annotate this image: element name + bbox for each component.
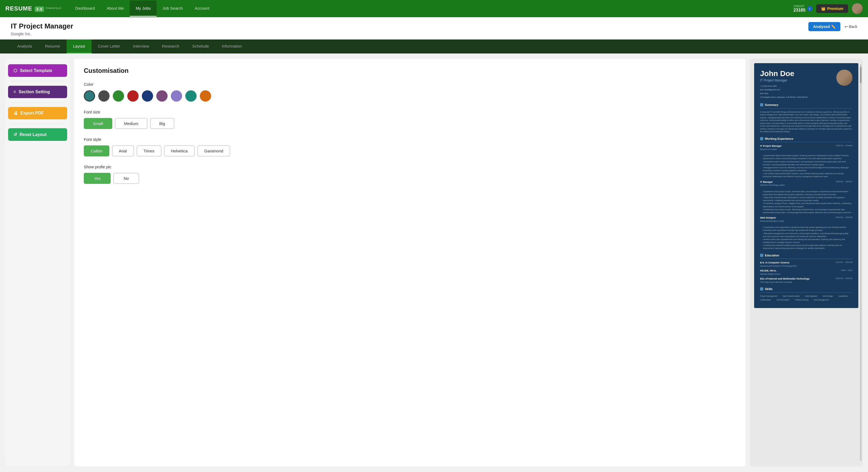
resume-job2-bullet1: Established clear project scopes, priori… bbox=[763, 190, 852, 196]
subnav-layout[interactable]: Layout bbox=[67, 39, 92, 54]
sub-navigation: Analysis Resume Layout Cover Letter Inte… bbox=[0, 39, 868, 54]
color-swatch-teal2[interactable] bbox=[185, 90, 196, 101]
select-template-button[interactable]: ⬡ Select Template bbox=[8, 64, 67, 77]
scrollbar[interactable] bbox=[860, 64, 862, 461]
resume-job1-company: Resume 3.0 Limited bbox=[760, 148, 782, 151]
resume-job1-bullet3: Managed diverse resources efficiently, e… bbox=[763, 166, 852, 172]
resume-job3-company: Eharmony Education Limited bbox=[760, 220, 784, 223]
analysed-button[interactable]: Analysed ✏️ bbox=[808, 22, 840, 31]
color-swatch-lavender[interactable] bbox=[171, 90, 182, 101]
main-content: ⬡ Select Template ≡ Section Setting 🖨 Ex… bbox=[0, 54, 868, 472]
resume-education-title: Education bbox=[760, 253, 852, 259]
font-size-row: Small Medium Big bbox=[84, 118, 736, 129]
credit-label: CREDIT bbox=[794, 5, 806, 8]
resume-contact: +1-555-0123-456 john.doe@gmail.com john.… bbox=[760, 84, 808, 99]
color-swatch-dark[interactable] bbox=[98, 90, 110, 101]
section-setting-button[interactable]: ≡ Section Setting bbox=[8, 86, 67, 98]
resume-job1-role: IT Project Manager bbox=[760, 144, 782, 148]
sidebar-divider-3 bbox=[11, 124, 64, 124]
job-company: Google Inc. bbox=[11, 31, 73, 36]
skill-3: Web Design bbox=[823, 295, 833, 298]
nav-right: CREDIT 23185 ℹ 👑 Premium bbox=[794, 3, 863, 14]
sidebar-divider-2 bbox=[11, 102, 64, 103]
credit-icon: ℹ bbox=[807, 6, 812, 11]
logo-badge: 3.0 bbox=[35, 6, 44, 12]
resume-job3-bullet4: Continuously monitored website performan… bbox=[763, 244, 852, 250]
subnav-research[interactable]: Research bbox=[155, 39, 186, 54]
font-arial[interactable]: Arial bbox=[112, 145, 134, 156]
color-swatch-navy[interactable] bbox=[142, 90, 153, 101]
header-actions: Analysed ✏️ ↩ Back bbox=[808, 22, 857, 31]
logo-sub: Powered by AI bbox=[45, 7, 61, 9]
color-swatch-red[interactable] bbox=[127, 90, 138, 101]
resume-job3-dates: 2014-09 — 2018-05 bbox=[836, 216, 852, 224]
profile-yes[interactable]: Yes bbox=[84, 173, 111, 184]
resume-personal-info: John Doe IT Project Manager +1-555-0123-… bbox=[760, 69, 808, 99]
logo[interactable]: RESUME 3.0 Powered by AI bbox=[5, 5, 61, 12]
resume-edu-1: 2011-09 — 2014-08 B.S. in Computer Scien… bbox=[760, 261, 852, 267]
color-swatch-green[interactable] bbox=[113, 90, 124, 101]
premium-label: Premium bbox=[827, 6, 843, 11]
nav-dashboard[interactable]: Dashboard bbox=[69, 1, 101, 17]
font-size-small[interactable]: Small bbox=[84, 118, 112, 129]
back-label: Back bbox=[849, 25, 857, 29]
select-template-label: Select Template bbox=[20, 68, 52, 73]
nav-account[interactable]: Account bbox=[189, 1, 215, 17]
subnav-schedule[interactable]: Schelude bbox=[186, 39, 216, 54]
color-label: Color bbox=[84, 82, 736, 87]
reset-layout-button[interactable]: ↺ Reset Layout bbox=[8, 128, 67, 141]
premium-button[interactable]: 👑 Premium bbox=[816, 4, 848, 13]
resume-job-3: Web Designer Eharmony Education Limited … bbox=[760, 216, 852, 250]
center-panel: Customisation Color Font size Small Medi… bbox=[74, 59, 746, 466]
profile-pic-row: Yes No bbox=[84, 173, 736, 184]
section-setting-label: Section Setting bbox=[19, 89, 50, 94]
back-arrow-icon: ↩ bbox=[845, 25, 848, 29]
nav-links: Dashboard About Me My Jobs Job Search Ac… bbox=[69, 1, 794, 17]
subnav-cover-letter[interactable]: Cover Letter bbox=[92, 39, 127, 54]
resume-job-title: IT Project Manager bbox=[760, 78, 808, 83]
font-size-big[interactable]: Big bbox=[150, 118, 174, 129]
font-times[interactable]: Times bbox=[137, 145, 161, 156]
subnav-resume[interactable]: Resume bbox=[39, 39, 67, 54]
font-size-label: Font size bbox=[84, 110, 736, 114]
job-info: IT Project Manager Google Inc. bbox=[11, 22, 73, 36]
resume-job3-bullet1: Contributed to the organisation's growth… bbox=[763, 226, 852, 232]
back-button[interactable]: ↩ Back bbox=[845, 25, 857, 29]
resume-job2-dates: 2018-09 — 2023-07 bbox=[836, 180, 852, 188]
resume-header: John Doe IT Project Manager +1-555-0123-… bbox=[760, 69, 852, 99]
export-pdf-button[interactable]: 🖨 Export PDF bbox=[8, 107, 67, 119]
resume-job3-bullet2: Effectively managed time and resources t… bbox=[763, 232, 852, 238]
color-row bbox=[84, 90, 736, 101]
printer-icon: 🖨 bbox=[13, 111, 18, 116]
color-swatch-teal[interactable] bbox=[84, 90, 95, 101]
subnav-interview[interactable]: Interview bbox=[126, 39, 155, 54]
color-swatch-purple[interactable] bbox=[156, 90, 167, 101]
skill-7: Problem-solving bbox=[795, 299, 808, 302]
resume-job3-bullet3: Briefed clients with comprehensive user … bbox=[763, 238, 852, 244]
resume-job1-dates: 2023-10 — Present bbox=[836, 144, 852, 152]
nav-my-jobs[interactable]: My Jobs bbox=[130, 1, 157, 17]
font-garamond[interactable]: Garamond bbox=[197, 145, 230, 156]
nav-about-me[interactable]: About Me bbox=[101, 1, 130, 17]
resume-job1-bullet2: Developed project scopes, prioritised ta… bbox=[763, 160, 852, 166]
left-sidebar: ⬡ Select Template ≡ Section Setting 🖨 Ex… bbox=[5, 59, 70, 466]
resume-job2-bullet4: Established clear project scopes, effect… bbox=[763, 208, 852, 214]
font-calibri[interactable]: Calibri bbox=[84, 145, 109, 156]
avatar[interactable] bbox=[852, 3, 863, 14]
export-pdf-label: Export PDF bbox=[21, 111, 44, 116]
scrollbar-thumb[interactable] bbox=[860, 67, 862, 83]
font-helvetica[interactable]: Helvetica bbox=[164, 145, 195, 156]
top-navigation: RESUME 3.0 Powered by AI Dashboard About… bbox=[0, 0, 868, 17]
color-swatch-orange[interactable] bbox=[200, 90, 211, 101]
font-size-medium[interactable]: Medium bbox=[115, 118, 148, 129]
subnav-analysis[interactable]: Analysis bbox=[11, 39, 39, 54]
resume-preview-panel: John Doe IT Project Manager +1-555-0123-… bbox=[750, 59, 863, 466]
nav-job-search[interactable]: Job Search bbox=[157, 1, 189, 17]
skill-6: Communication bbox=[776, 299, 789, 302]
subnav-information[interactable]: Information bbox=[215, 39, 248, 54]
show-profile-label: Show profie pic bbox=[84, 165, 736, 169]
customisation-title: Customisation bbox=[84, 67, 736, 75]
profile-no[interactable]: No bbox=[113, 173, 139, 184]
font-style-label: Font style bbox=[84, 137, 736, 142]
skill-5: Collaboration bbox=[760, 299, 771, 302]
